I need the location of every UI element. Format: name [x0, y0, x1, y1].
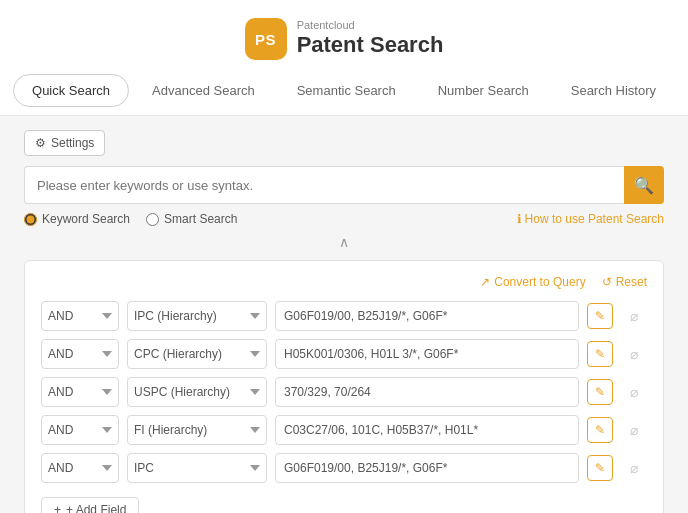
delete-icon-0: ⌀ [630, 308, 638, 324]
radio-row: Keyword Search Smart Search ℹ How to use… [24, 212, 664, 226]
edit-icon-0: ✎ [595, 309, 605, 323]
field-select-4[interactable]: IPC [127, 453, 267, 483]
edit-icon-2: ✎ [595, 385, 605, 399]
edit-button-0[interactable]: ✎ [587, 303, 613, 329]
add-field-button[interactable]: + + Add Field [41, 497, 139, 513]
field-select-1[interactable]: CPC (Hierarchy) [127, 339, 267, 369]
edit-button-3[interactable]: ✎ [587, 417, 613, 443]
smart-search-radio[interactable]: Smart Search [146, 212, 237, 226]
delete-button-4[interactable]: ⌀ [621, 455, 647, 481]
edit-button-1[interactable]: ✎ [587, 341, 613, 367]
search-icon: 🔍 [634, 176, 654, 195]
operator-select-2[interactable]: ANDORNOT [41, 377, 119, 407]
settings-label: Settings [51, 136, 94, 150]
tab-quick-search[interactable]: Quick Search [13, 74, 129, 107]
convert-icon: ↗ [480, 275, 490, 289]
query-row: ANDORNOT USPC (Hierarchy) ✎ ⌀ [41, 377, 647, 407]
query-row: ANDORNOT IPC (Hierarchy) ✎ ⌀ [41, 301, 647, 331]
delete-button-2[interactable]: ⌀ [621, 379, 647, 405]
value-input-4[interactable] [275, 453, 579, 483]
query-card-header: ↗ Convert to Query ↺ Reset [41, 275, 647, 289]
nav-tabs: Quick Search Advanced Search Semantic Se… [11, 74, 677, 115]
delete-button-0[interactable]: ⌀ [621, 303, 647, 329]
header: PS Patentcloud Patent Search Quick Searc… [0, 0, 688, 116]
value-input-0[interactable] [275, 301, 579, 331]
reset-button[interactable]: ↺ Reset [602, 275, 647, 289]
add-field-label: + Add Field [66, 503, 126, 513]
query-row: ANDORNOT IPC ✎ ⌀ [41, 453, 647, 483]
operator-select-4[interactable]: ANDORNOT [41, 453, 119, 483]
value-input-1[interactable] [275, 339, 579, 369]
delete-icon-4: ⌀ [630, 460, 638, 476]
search-button[interactable]: 🔍 [624, 166, 664, 204]
delete-icon-2: ⌀ [630, 384, 638, 400]
tab-advanced-search[interactable]: Advanced Search [133, 74, 274, 107]
field-select-3[interactable]: FI (Hierarchy) [127, 415, 267, 445]
value-input-2[interactable] [275, 377, 579, 407]
tab-semantic-search[interactable]: Semantic Search [278, 74, 415, 107]
tab-search-history[interactable]: Search History [552, 74, 675, 107]
brand-logo: PS [245, 18, 287, 60]
edit-icon-1: ✎ [595, 347, 605, 361]
delete-button-1[interactable]: ⌀ [621, 341, 647, 367]
brand-text: Patentcloud Patent Search [297, 19, 444, 59]
tab-number-search[interactable]: Number Search [419, 74, 548, 107]
query-row: ANDORNOT CPC (Hierarchy) ✎ ⌀ [41, 339, 647, 369]
delete-icon-3: ⌀ [630, 422, 638, 438]
edit-button-2[interactable]: ✎ [587, 379, 613, 405]
operator-select-1[interactable]: ANDORNOT [41, 339, 119, 369]
search-bar-row: 🔍 [24, 166, 664, 204]
radio-group: Keyword Search Smart Search [24, 212, 237, 226]
keyword-search-radio[interactable]: Keyword Search [24, 212, 130, 226]
operator-select-3[interactable]: ANDORNOT [41, 415, 119, 445]
query-card: ↗ Convert to Query ↺ Reset ANDORNOT IPC … [24, 260, 664, 513]
reset-icon: ↺ [602, 275, 612, 289]
add-icon: + [54, 503, 61, 513]
delete-icon-1: ⌀ [630, 346, 638, 362]
edit-icon-4: ✎ [595, 461, 605, 475]
edit-button-4[interactable]: ✎ [587, 455, 613, 481]
delete-button-3[interactable]: ⌀ [621, 417, 647, 443]
info-icon: ℹ [517, 212, 522, 226]
page-wrapper: PS Patentcloud Patent Search Quick Searc… [0, 0, 688, 513]
convert-to-query-button[interactable]: ↗ Convert to Query [480, 275, 585, 289]
how-to-link[interactable]: ℹ How to use Patent Search [517, 212, 664, 226]
brand-title: Patent Search [297, 32, 444, 58]
settings-icon: ⚙ [35, 136, 46, 150]
edit-icon-3: ✎ [595, 423, 605, 437]
brand-subtitle: Patentcloud [297, 19, 444, 32]
main-content: ⚙ Settings 🔍 Keyword Search Smart Search [0, 116, 688, 513]
value-input-3[interactable] [275, 415, 579, 445]
search-input[interactable] [24, 166, 624, 204]
field-select-0[interactable]: IPC (Hierarchy) [127, 301, 267, 331]
collapse-row[interactable]: ∧ [24, 234, 664, 250]
brand-row: PS Patentcloud Patent Search [245, 18, 444, 60]
field-select-2[interactable]: USPC (Hierarchy) [127, 377, 267, 407]
query-row: ANDORNOT FI (Hierarchy) ✎ ⌀ [41, 415, 647, 445]
settings-button[interactable]: ⚙ Settings [24, 130, 105, 156]
collapse-icon: ∧ [339, 234, 349, 250]
operator-select-0[interactable]: ANDORNOT [41, 301, 119, 331]
